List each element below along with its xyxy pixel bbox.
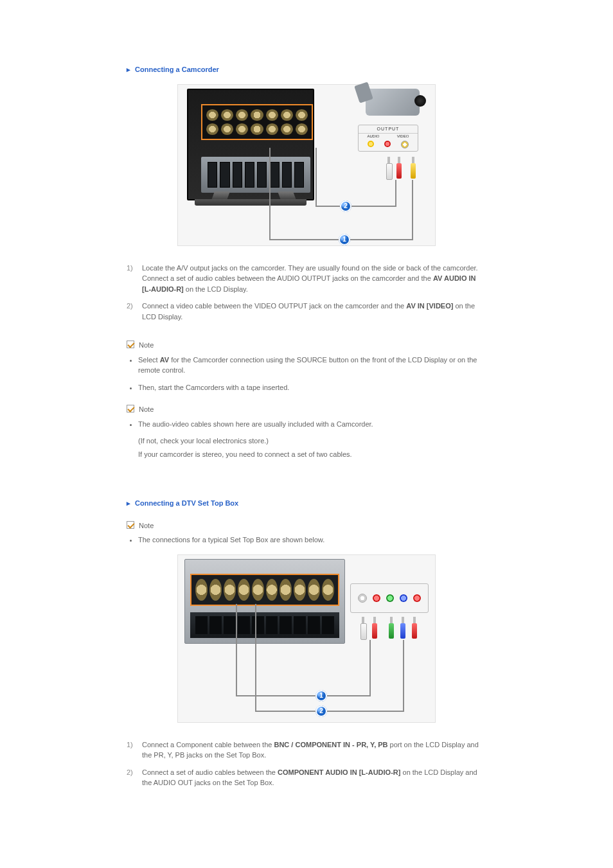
check-icon [127, 521, 134, 529]
output-audio-label: AUDIO [359, 134, 388, 139]
lcd-lower-panel [201, 157, 310, 193]
audio-r-plug-icon [372, 617, 377, 639]
step-body: Locate the A/V output jacks on the camco… [142, 263, 486, 301]
component-g-plug-icon [389, 617, 394, 639]
callout-badge-1: 1 [315, 690, 327, 702]
note-list: Select AV for the Camcorder connection u… [127, 355, 486, 393]
highlighted-rear-panel [201, 104, 313, 140]
list-item: Select AV for the Camcorder connection u… [138, 355, 486, 376]
video-plug-icon [411, 157, 416, 179]
section-title: Connecting a DTV Set Top Box [135, 499, 238, 507]
component-r-plug-icon [412, 617, 417, 639]
audio-l-plug-icon [360, 617, 366, 640]
camcorder-output-panel: OUTPUT AUDIO VIDEO [358, 125, 418, 152]
step-body: Connect a Component cable between the BN… [142, 740, 486, 767]
callout-badge-2: 2 [340, 200, 351, 212]
step-body: Connect a set of audio cables between th… [142, 767, 486, 795]
note-label: Note [127, 340, 486, 351]
note-list: The audio-video cables shown here are us… [127, 419, 486, 460]
camcorder-connection-diagram: OUTPUT AUDIO VIDEO 2 1 [177, 84, 436, 246]
section-heading-camcorder: ▸ Connecting a Camcorder [127, 64, 486, 75]
camcorder-graphic [366, 89, 420, 116]
step-body: Connect a video cable between the VIDEO … [142, 301, 486, 328]
video-jack-icon [401, 141, 409, 148]
dtv-steps: 1) Connect a Component cable between the… [127, 740, 486, 795]
list-item: The connections for a typical Set Top Bo… [138, 535, 486, 545]
component-b-plug-icon [400, 617, 405, 639]
output-video-label: VIDEO [388, 134, 418, 139]
page-content: ▸ Connecting a Camcorder OUTPUT AUDIO VI… [127, 0, 486, 840]
note-list: The connections for a typical Set Top Bo… [127, 535, 486, 545]
audio-jack-icon [373, 594, 380, 602]
output-label: OUTPUT [359, 125, 418, 134]
lcd-lower-panel [190, 612, 339, 638]
chevron-right-icon: ▸ [127, 64, 133, 75]
note-label: Note [127, 404, 486, 415]
list-item: Then, start the Camcorders with a tape i… [138, 382, 486, 393]
camcorder-steps: 1) Locate the A/V output jacks on the ca… [127, 263, 486, 329]
callout-badge-2: 2 [315, 705, 327, 717]
component-pb-jack-icon [400, 594, 407, 602]
audio-jack-icon [358, 594, 367, 603]
note-label: Note [127, 520, 486, 531]
step-index: 1) [127, 263, 142, 301]
section-title: Connecting a Camcorder [135, 66, 219, 73]
highlighted-rear-panel [190, 574, 339, 606]
list-item: The audio-video cables shown here are us… [138, 419, 486, 460]
lcd-display-rear-graphic [184, 559, 345, 644]
audio-l-plug-icon [386, 157, 391, 180]
set-top-box-output-panel [350, 583, 429, 613]
dtv-connection-diagram: 1 2 [177, 554, 436, 723]
lcd-display-graphic [187, 89, 314, 200]
step-index: 1) [127, 740, 142, 767]
check-icon [127, 341, 134, 348]
step-index: 2) [127, 767, 142, 795]
step-index: 2) [127, 301, 142, 328]
section-heading-dtv: ▸ Connecting a DTV Set Top Box [127, 498, 486, 509]
component-pr-jack-icon [413, 594, 421, 602]
component-y-jack-icon [386, 594, 394, 602]
chevron-right-icon: ▸ [127, 498, 133, 509]
audio-r-plug-icon [396, 157, 402, 179]
callout-badge-1: 1 [339, 234, 350, 245]
check-icon [127, 405, 134, 412]
audio-l-jack-icon [368, 141, 374, 147]
audio-r-jack-icon [384, 141, 391, 147]
